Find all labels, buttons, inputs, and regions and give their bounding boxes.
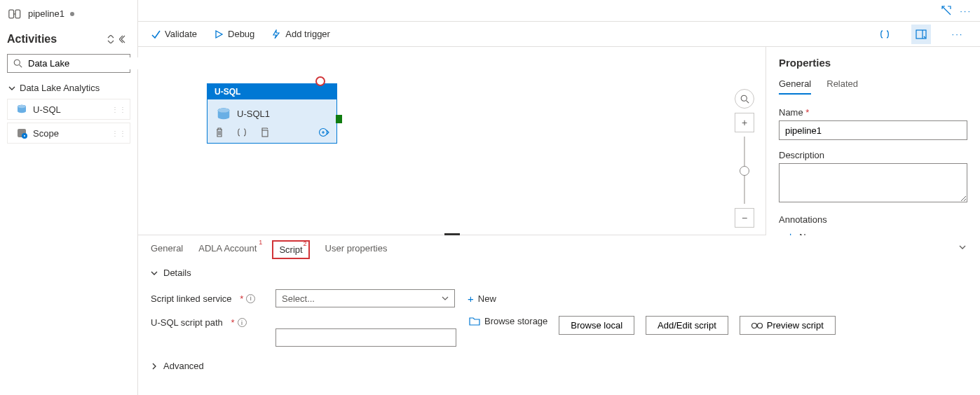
svg-rect-1 [15,10,20,18]
zoom-slider[interactable] [744,137,745,204]
details-section-toggle[interactable]: Details [151,263,967,285]
toolbar-more-button[interactable]: ··· [948,25,967,44]
plus-icon: + [468,293,474,305]
activities-sidebar: pipeline1 Activities Data Lake Analytic [0,0,138,395]
svg-rect-0 [9,10,14,18]
info-icon[interactable]: i [246,294,255,303]
annotations-label: Annotations [779,214,967,225]
zoom-slider-handle[interactable] [740,166,749,176]
pipeline-tab[interactable]: pipeline1 [7,6,130,27]
browse-storage-button[interactable]: Browse storage [469,316,547,326]
activity-config-panel: General ADLA Account1 Script2 User prope… [138,235,980,395]
config-tab-script[interactable]: Script2 [272,240,309,259]
search-icon [13,59,22,68]
node-type-label: U-SQL [207,84,336,99]
check-icon [151,29,161,39]
props-tab-general[interactable]: General [779,78,811,95]
node-output-handle[interactable] [336,115,342,123]
activity-search[interactable] [7,54,130,73]
add-output-icon[interactable] [318,127,329,137]
script-path-label: U-SQL script path * i [151,316,263,328]
usql-icon [16,104,27,115]
fit-view-button[interactable] [735,89,754,109]
linked-service-label: Script linked service * i [151,293,263,304]
more-icon[interactable]: ··· [960,6,972,16]
name-input[interactable] [779,120,967,140]
new-linked-service-button[interactable]: + New [468,293,496,305]
activity-label: Scope [33,128,59,139]
preview-icon [751,322,763,329]
svg-line-4 [20,65,22,68]
scope-icon [16,127,27,139]
svg-point-15 [741,95,747,101]
browse-local-button[interactable]: Browse local [559,316,634,335]
config-tab-user-properties[interactable]: User properties [325,243,388,256]
debug-button[interactable]: Debug [214,29,254,39]
category-data-lake-analytics[interactable]: Data Lake Analytics [7,80,130,99]
plus-icon: + [787,230,794,235]
pipeline-name: pipeline1 [28,8,64,19]
config-tab-adla-account[interactable]: ADLA Account1 [198,243,257,256]
collapse-config-icon[interactable] [958,242,967,252]
zoom-in-button[interactable]: + [735,113,754,132]
drag-handle-icon: ⋮⋮ [111,106,127,113]
svg-line-16 [746,100,749,103]
activity-item-usql[interactable]: U-SQL ⋮⋮ [7,99,130,120]
pipeline-toolbar: Validate Debug Add trigger ··· [138,22,980,47]
description-label: Description [779,150,967,160]
copy-icon[interactable] [259,127,269,137]
play-icon [214,29,224,39]
svg-point-3 [14,60,20,65]
expand-all-icon[interactable] [107,35,115,43]
properties-panel: Properties General Related Name * Descri… [765,47,980,235]
config-tab-general[interactable]: General [151,243,183,256]
add-edit-script-button[interactable]: Add/Edit script [646,316,728,335]
category-label: Data Lake Analytics [20,83,100,93]
fullscreen-icon[interactable] [941,6,951,15]
activity-node-usql[interactable]: U-SQL U-SQL1 [207,83,337,144]
activity-item-scope[interactable]: Scope ⋮⋮ [7,123,130,144]
folder-icon [469,317,480,326]
collapse-panel-icon[interactable] [119,35,128,43]
validate-button[interactable]: Validate [151,29,197,39]
node-error-indicator [315,76,325,86]
code-view-button[interactable] [875,25,894,44]
svg-point-12 [218,108,230,112]
activity-label: U-SQL [33,104,61,115]
advanced-section-toggle[interactable]: Advanced [151,356,967,378]
name-label: Name * [779,107,967,118]
properties-toggle-button[interactable] [911,25,931,44]
main-panel: ··· Validate Debug Add trigger [138,0,980,395]
delete-icon[interactable] [215,127,224,137]
node-name: U-SQL1 [237,109,270,119]
activities-title: Activities [7,33,57,46]
canvas-zoom-controls: + − [735,89,754,232]
properties-title: Properties [779,57,967,69]
svg-point-18 [757,323,762,328]
info-icon[interactable]: i [238,318,247,327]
zoom-out-button[interactable]: − [735,208,754,228]
add-trigger-button[interactable]: Add trigger [271,29,330,39]
trigger-icon [271,29,281,39]
code-icon[interactable] [237,127,247,137]
database-icon [216,106,230,120]
script-path-input[interactable] [275,328,456,347]
svg-rect-13 [262,130,268,137]
add-annotation-button[interactable]: + New [779,230,817,235]
pipeline-icon [8,9,22,19]
pipeline-canvas[interactable]: U-SQL U-SQL1 [138,47,765,235]
description-input[interactable] [779,163,967,202]
unsaved-indicator [70,12,74,16]
svg-point-17 [751,323,756,328]
linked-service-select[interactable]: Select... [275,289,455,307]
editor-tab-strip: ··· [138,0,980,22]
activity-search-input[interactable] [27,57,147,69]
drag-handle-icon: ⋮⋮ [111,130,127,137]
preview-script-button[interactable]: Preview script [740,316,836,335]
svg-point-6 [18,105,26,108]
props-tab-related[interactable]: Related [826,78,858,95]
